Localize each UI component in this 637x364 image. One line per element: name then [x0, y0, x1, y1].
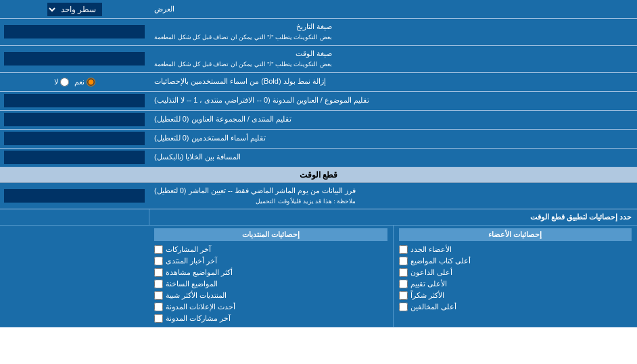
col-gap-input-cell: 2 — [0, 149, 149, 167]
checkbox-top-inviters[interactable] — [399, 268, 408, 277]
checkbox-top-violators[interactable] — [399, 303, 408, 311]
bold-remove-input-cell: نعم لا — [0, 73, 149, 91]
time-format-input[interactable]: H:i — [4, 52, 145, 66]
checkbox-last-posts[interactable] — [154, 245, 163, 254]
subject-trim-input[interactable]: 33 — [4, 94, 145, 107]
user-trim-input[interactable]: 0 — [4, 132, 145, 145]
forum-trim-input-cell: 33 — [0, 111, 149, 129]
time-format-row: صيغة الوقتبعض التكوينات يتطلب "/" التي ي… — [0, 46, 637, 73]
display-mode-select[interactable]: سطر واحد سطرين ثلاثة أسطر — [47, 3, 102, 16]
stats-title: حدد إحصائيات لتطبيق قطع الوقت — [149, 209, 637, 225]
time-format-label: صيغة الوقتبعض التكوينات يتطلب "/" التي ي… — [149, 46, 637, 72]
forum-trim-label: تقليم المنتدى / المجموعة العناوين (0 للت… — [149, 111, 637, 129]
checkbox-item-top-writers: أعلى كتاب المواضيع — [399, 255, 632, 267]
realtime-input[interactable]: 0 — [4, 189, 145, 203]
forum-trim-row: تقليم المنتدى / المجموعة العناوين (0 للت… — [0, 111, 637, 130]
bold-remove-radios: نعم لا — [49, 78, 101, 86]
forum-trim-input[interactable]: 33 — [4, 113, 145, 126]
bold-remove-row: إزالة نمط بولد (Bold) من اسماء المستخدمي… — [0, 73, 637, 92]
col3-header: إحصائيات الأعضاء — [399, 228, 632, 241]
col2-header: إحصائيات المنتديات — [154, 228, 387, 241]
checkbox-item-top-rated: الأعلى تقييم — [399, 278, 632, 290]
time-format-input-cell: H:i — [0, 46, 149, 72]
col-gap-label: المسافة بين الخلايا (بالبكسل) — [149, 149, 637, 167]
checkbox-item-top-violators: أعلى المخالفين — [399, 301, 632, 313]
checkbox-top-writers[interactable] — [399, 257, 408, 265]
checkbox-item-top-inviters: أعلى الداعون — [399, 267, 632, 278]
checkbox-col-members-stats: إحصائيات الأعضاء الأعضاء الجدد أعلى كتاب… — [393, 226, 638, 327]
bold-yes-label: نعم — [74, 78, 95, 86]
col-gap-input[interactable]: 2 — [4, 151, 145, 164]
stats-title-spacer — [0, 209, 149, 225]
checkbox-popular-forums[interactable] — [154, 291, 163, 300]
checkbox-most-thanks[interactable] — [399, 291, 408, 300]
date-format-input[interactable]: d-m — [4, 25, 145, 38]
date-format-row: صيغة التاريخبعض التكوينات يتطلب "/" التي… — [0, 19, 637, 46]
checkbox-right-spacer — [0, 226, 149, 327]
bold-no-label: لا — [54, 78, 69, 86]
realtime-input-cell: 0 — [0, 183, 149, 209]
date-format-label: صيغة التاريخبعض التكوينات يتطلب "/" التي… — [149, 19, 637, 45]
checkbox-item-popular-forums: المنتديات الأكثر شبية — [154, 290, 387, 301]
checkbox-top-rated[interactable] — [399, 280, 408, 288]
checkbox-hot-topics[interactable] — [154, 280, 163, 288]
display-mode-row: العرض سطر واحد سطرين ثلاثة أسطر — [0, 0, 637, 19]
subject-trim-input-cell: 33 — [0, 92, 149, 110]
date-format-input-cell: d-m — [0, 19, 149, 45]
bold-no-radio[interactable] — [60, 78, 69, 86]
checkboxes-grid: إحصائيات الأعضاء الأعضاء الجدد أعلى كتاب… — [0, 226, 637, 327]
user-trim-row: تقليم أسماء المستخدمين (0 للتعطيل) 0 — [0, 130, 637, 149]
realtime-label: فرز البيانات من يوم الماشر الماضي فقط --… — [149, 183, 637, 209]
realtime-row: فرز البيانات من يوم الماشر الماضي فقط --… — [0, 183, 637, 210]
checkbox-most-viewed[interactable] — [154, 268, 163, 277]
checkbox-item-most-viewed: أكثر المواضيع مشاهدة — [154, 267, 387, 278]
checkbox-last-news[interactable] — [154, 257, 163, 265]
checkbox-cols-wrapper: إحصائيات الأعضاء الأعضاء الجدد أعلى كتاب… — [149, 226, 637, 327]
checkbox-item-latest-announcements: أحدث الإعلانات المدونة — [154, 301, 387, 313]
user-trim-label: تقليم أسماء المستخدمين (0 للتعطيل) — [149, 130, 637, 148]
bold-remove-label: إزالة نمط بولد (Bold) من اسماء المستخدمي… — [149, 73, 637, 91]
subject-trim-row: تقليم الموضوع / العناوين المدونة (0 -- ا… — [0, 92, 637, 111]
display-mode-input-cell: سطر واحد سطرين ثلاثة أسطر — [0, 0, 149, 18]
stats-title-row: حدد إحصائيات لتطبيق قطع الوقت — [0, 209, 637, 226]
checkbox-last-blog-posts[interactable] — [154, 314, 163, 323]
checkbox-item-last-posts: آخر المشاركات — [154, 244, 387, 255]
display-mode-label: العرض — [149, 0, 637, 18]
user-trim-input-cell: 0 — [0, 130, 149, 148]
checkbox-item-last-news: آخر أخبار المنتدى — [154, 255, 387, 267]
col-gap-row: المسافة بين الخلايا (بالبكسل) 2 — [0, 149, 637, 167]
checkbox-item-new-members: الأعضاء الجدد — [399, 244, 632, 255]
checkbox-new-members[interactable] — [399, 245, 408, 254]
checkbox-item-hot-topics: المواضيع الساخنة — [154, 278, 387, 290]
subject-trim-label: تقليم الموضوع / العناوين المدونة (0 -- ا… — [149, 92, 637, 110]
bold-yes-radio[interactable] — [87, 78, 95, 86]
checkboxes-wrapper: حدد إحصائيات لتطبيق قطع الوقت إحصائيات ا… — [0, 209, 637, 328]
checkbox-col-forums-stats: إحصائيات المنتديات آخر المشاركات آخر أخب… — [149, 226, 393, 327]
checkbox-latest-announcements[interactable] — [154, 303, 163, 311]
checkbox-item-last-blog-posts: آخر مشاركات المدونة — [154, 313, 387, 324]
checkbox-item-most-thanks: الأكثر شكراً — [399, 290, 632, 301]
realtime-section-header: قطع الوقت — [0, 167, 637, 183]
